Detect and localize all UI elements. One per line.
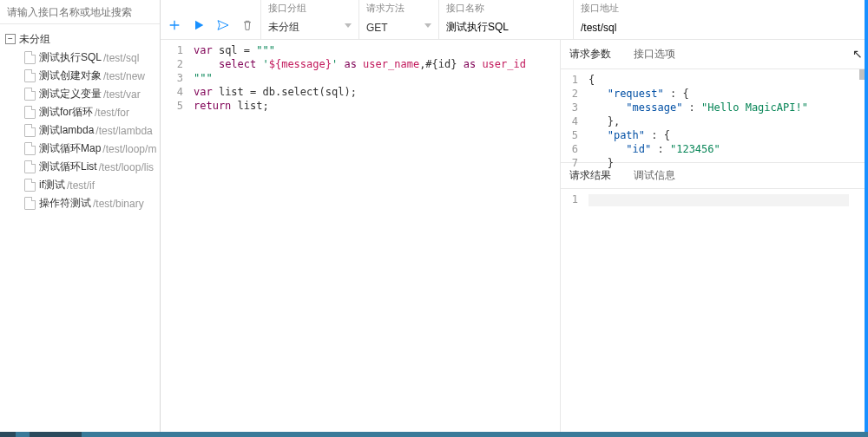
item-name: if测试 <box>39 178 65 192</box>
editor-gutter: 12345 <box>161 40 194 432</box>
item-path: /test/for <box>95 107 129 119</box>
file-icon <box>24 142 36 155</box>
name-input[interactable] <box>439 16 573 39</box>
method-value: GET <box>366 22 388 34</box>
tree-item[interactable]: 测试创建对象 /test/new <box>5 67 160 85</box>
item-name: 测试循环Map <box>39 141 101 156</box>
group-name: 未分组 <box>19 32 50 47</box>
right-panel: 请求参数 接口选项 ↖ 1234567 { "request" : { "mes… <box>561 40 868 432</box>
request-tabs: 请求参数 接口选项 ↖ <box>561 40 868 69</box>
file-icon <box>24 160 36 173</box>
item-path: /test/loop/lis <box>99 161 154 173</box>
req-code[interactable]: { "request" : { "message" : "Hello Magic… <box>589 69 868 162</box>
file-icon <box>24 69 36 82</box>
api-tree: − 未分组 测试执行SQL /test/sql测试创建对象 /test/new测… <box>0 24 160 212</box>
url-label: 接口地址 <box>574 0 868 16</box>
code-editor[interactable]: 12345 var sql = """ select '${message}' … <box>161 40 561 432</box>
result-code[interactable] <box>589 189 868 432</box>
req-gutter: 1234567 <box>561 69 589 162</box>
item-path: /test/var <box>103 88 141 101</box>
search-input[interactable] <box>0 0 160 24</box>
footer-bar <box>0 432 868 437</box>
item-path: /test/binary <box>93 198 144 210</box>
tab-request-params[interactable]: 请求参数 <box>569 40 611 68</box>
file-icon <box>24 179 36 192</box>
tree-item[interactable]: 测试lambda /test/lambda <box>5 121 160 140</box>
tree-item[interactable]: 测试执行SQL /test/sql <box>5 49 160 67</box>
add-button[interactable] <box>167 17 182 33</box>
collapse-icon[interactable]: − <box>5 34 16 44</box>
main-area: 接口分组 未分组 请求方法 GET 接口名称 接口地址 12345 var sq… <box>161 0 868 432</box>
group-value: 未分组 <box>268 20 299 35</box>
result-line-num: 1 <box>561 192 578 206</box>
cursor-icon: ↖ <box>852 47 863 61</box>
method-select[interactable]: GET <box>359 16 438 39</box>
name-field: 接口名称 <box>439 0 574 39</box>
tree-item[interactable]: 操作符测试 /test/binary <box>5 194 160 212</box>
header-row: 接口分组 未分组 请求方法 GET 接口名称 接口地址 <box>161 0 868 40</box>
item-name: 操作符测试 <box>39 196 91 211</box>
item-name: 测试for循环 <box>39 105 93 120</box>
send-button[interactable] <box>215 17 231 33</box>
item-name: 测试创建对象 <box>39 68 102 83</box>
method-label: 请求方法 <box>359 0 438 16</box>
tab-debug[interactable]: 调试信息 <box>634 161 675 190</box>
item-path: /test/sql <box>103 52 139 64</box>
tree-item[interactable]: 测试for循环 /test/for <box>5 103 160 121</box>
toolbar <box>161 0 261 39</box>
url-field: 接口地址 <box>574 0 868 39</box>
request-body-editor[interactable]: 1234567 { "request" : { "message" : "Hel… <box>561 69 868 163</box>
footer-seg <box>30 432 82 437</box>
group-select[interactable]: 未分组 <box>261 16 358 39</box>
chevron-down-icon <box>424 23 431 28</box>
result-gutter: 1 <box>561 189 589 432</box>
run-button[interactable] <box>191 17 207 33</box>
method-field: 请求方法 GET <box>359 0 439 39</box>
url-input[interactable] <box>574 16 868 39</box>
item-path: /test/loop/m <box>102 143 156 155</box>
item-name: 测试lambda <box>39 123 94 138</box>
item-name: 测试执行SQL <box>39 50 102 65</box>
item-name: 测试循环List <box>39 160 97 174</box>
item-path: /test/new <box>103 70 145 82</box>
file-icon <box>24 106 36 119</box>
footer-seg <box>0 432 16 437</box>
body-split: 12345 var sql = """ select '${message}' … <box>161 40 868 432</box>
tree-item[interactable]: 测试循环List /test/loop/lis <box>5 158 160 176</box>
sidebar: − 未分组 测试执行SQL /test/sql测试创建对象 /test/new测… <box>0 0 161 432</box>
file-icon <box>24 88 36 101</box>
item-path: /test/if <box>67 179 95 192</box>
file-icon <box>24 51 36 64</box>
group-field: 接口分组 未分组 <box>261 0 359 39</box>
group-label: 接口分组 <box>261 0 358 16</box>
header-fields: 接口分组 未分组 请求方法 GET 接口名称 接口地址 <box>261 0 868 39</box>
editor-code[interactable]: var sql = """ select '${message}' as use… <box>194 40 560 432</box>
tree-group-header[interactable]: − 未分组 <box>5 29 160 49</box>
name-input-el[interactable] <box>446 22 566 34</box>
name-label: 接口名称 <box>439 0 573 16</box>
result-empty-line <box>589 194 849 206</box>
tab-api-options[interactable]: 接口选项 <box>634 40 675 68</box>
file-icon <box>24 124 36 137</box>
file-icon <box>24 197 36 210</box>
tree-item[interactable]: 测试定义变量 /test/var <box>5 85 160 103</box>
result-editor[interactable]: 1 <box>561 189 868 432</box>
chevron-down-icon <box>345 23 352 28</box>
tree-item[interactable]: if测试 /test/if <box>5 176 160 194</box>
right-edge-bar <box>865 0 868 432</box>
item-path: /test/lambda <box>95 125 152 137</box>
delete-button[interactable] <box>240 17 255 33</box>
tree-item[interactable]: 测试循环Map /test/loop/m <box>5 140 160 158</box>
url-input-el[interactable] <box>581 22 861 34</box>
item-name: 测试定义变量 <box>39 87 102 101</box>
